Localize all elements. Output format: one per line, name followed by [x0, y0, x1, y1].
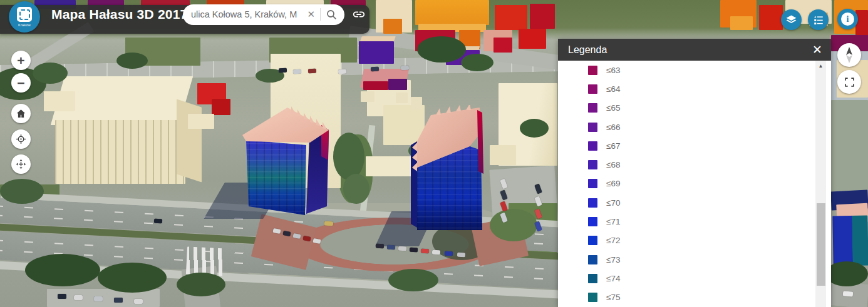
- scroll-up-icon[interactable]: ▲: [815, 61, 826, 71]
- map-building: [759, 5, 783, 30]
- car: [445, 251, 453, 256]
- legend-scrollbar[interactable]: ▲: [815, 61, 826, 307]
- map-building: [177, 99, 202, 183]
- legend-item-label: ≤67: [606, 141, 620, 151]
- map-building: [855, 10, 868, 38]
- legend-panel: Legenda ✕ ≤63≤64≤65≤66≤67≤68≤69≤70≤71≤72…: [558, 39, 831, 307]
- legend-item: ≤75: [558, 288, 815, 307]
- car: [134, 299, 143, 304]
- scrollbar-thumb[interactable]: [817, 203, 825, 286]
- map-building: [55, 120, 185, 184]
- noise-building-right[interactable]: [410, 105, 502, 234]
- car: [401, 66, 409, 70]
- pan-button[interactable]: [11, 154, 31, 174]
- info-icon: i: [841, 13, 854, 26]
- search-box[interactable]: ulica Kołowa 5, Kraków, M ✕: [183, 4, 344, 25]
- noise-building-left[interactable]: [241, 105, 340, 221]
- legend-item-label: ≤73: [606, 255, 620, 264]
- legend-swatch: [588, 84, 597, 94]
- car: [279, 68, 287, 73]
- car: [154, 219, 162, 224]
- legend-swatch: [588, 274, 597, 283]
- compass-button[interactable]: [837, 43, 861, 67]
- tree: [0, 179, 44, 204]
- car: [58, 294, 66, 299]
- list-icon: [813, 14, 824, 26]
- legend-item-label: ≤66: [606, 123, 620, 132]
- legend-item-label: ≤63: [606, 66, 620, 75]
- krakow-logo-icon: [17, 7, 32, 22]
- tree: [520, 119, 549, 138]
- layers-button[interactable]: [781, 9, 802, 30]
- map-building: [359, 41, 394, 64]
- fullscreen-button[interactable]: [837, 70, 861, 94]
- locate-icon: [16, 134, 26, 144]
- car: [843, 291, 854, 296]
- plus-icon: +: [17, 53, 24, 68]
- car: [308, 69, 316, 73]
- legend-swatch: [588, 123, 597, 132]
- map-building: [730, 16, 753, 30]
- legend-item: ≤74: [558, 269, 815, 288]
- legend-item-label: ≤72: [606, 236, 620, 245]
- app-window: Kraków Mapa Hałasu 3D 2017 ulica Kołowa …: [0, 0, 868, 307]
- legend-body: ≤63≤64≤65≤66≤67≤68≤69≤70≤71≤72≤73≤74≤75 …: [558, 61, 831, 307]
- tree: [25, 254, 100, 286]
- legend-swatch: [588, 66, 597, 75]
- car: [74, 295, 83, 300]
- car: [371, 67, 379, 71]
- search-input[interactable]: ulica Kołowa 5, Kraków, M: [191, 9, 302, 19]
- minus-icon: −: [17, 76, 24, 91]
- info-button[interactable]: i: [837, 9, 858, 29]
- home-button[interactable]: [11, 104, 31, 123]
- legend-item: ≤66: [558, 118, 815, 136]
- legend-close-icon[interactable]: ✕: [812, 44, 822, 56]
- zoom-in-button[interactable]: +: [11, 51, 31, 70]
- legend-swatch: [588, 179, 597, 188]
- tree: [343, 174, 369, 204]
- legend-item: ≤71: [558, 212, 815, 231]
- legend-swatch: [588, 255, 597, 264]
- locate-button[interactable]: [11, 129, 31, 149]
- map-building: [44, 91, 75, 111]
- legend-item-label: ≤68: [606, 160, 620, 169]
- legend-item: ≤64: [558, 79, 815, 98]
- map-building: [388, 79, 407, 90]
- map-building: [188, 114, 214, 129]
- car: [457, 253, 465, 258]
- share-link-icon[interactable]: [348, 7, 369, 22]
- map-building: [396, 93, 408, 103]
- map-building: [493, 38, 512, 53]
- map-ground: [186, 246, 226, 276]
- car: [432, 250, 440, 255]
- legend-list-button[interactable]: [808, 9, 829, 30]
- legend-header: Legenda ✕: [558, 39, 831, 61]
- clear-search-icon[interactable]: ✕: [302, 9, 320, 20]
- page-title: Mapa Hałasu 3D 2017: [51, 0, 187, 29]
- legend-item: ≤72: [558, 231, 815, 250]
- map-building: [495, 5, 527, 30]
- car: [376, 244, 384, 249]
- map-building: [519, 29, 546, 49]
- tree: [33, 63, 68, 84]
- tree: [177, 273, 225, 296]
- search-icon[interactable]: [321, 9, 338, 20]
- legend-title: Legenda: [568, 44, 812, 56]
- krakow-logo: Kraków: [9, 1, 40, 33]
- krakow-logo-text: Kraków: [18, 23, 31, 27]
- zoom-out-button[interactable]: −: [11, 73, 31, 93]
- map-building: [361, 91, 375, 102]
- map-ground: [832, 216, 868, 266]
- car: [398, 246, 406, 251]
- map-ground: [831, 100, 868, 194]
- legend-swatch: [588, 103, 597, 113]
- legend-item: ≤68: [558, 155, 815, 174]
- tree: [98, 263, 167, 293]
- map-building: [383, 19, 402, 34]
- car: [338, 69, 346, 74]
- legend-item: ≤73: [558, 250, 815, 269]
- legend-item-label: ≤74: [606, 274, 620, 283]
- legend-item-label: ≤64: [606, 84, 620, 94]
- legend-item-label: ≤71: [606, 217, 620, 226]
- layers-icon: [785, 14, 797, 26]
